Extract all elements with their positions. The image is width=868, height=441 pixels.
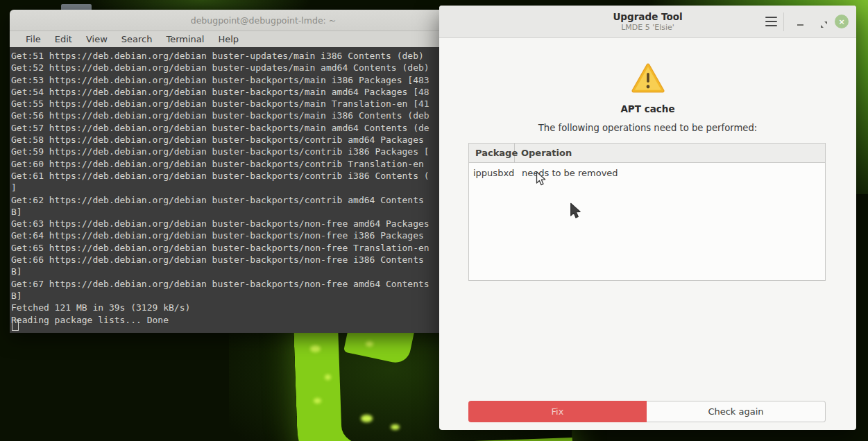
warning-icon	[630, 61, 666, 97]
terminal-menu-item[interactable]: Search	[114, 33, 160, 46]
dialog-button-row: Fix Check again	[468, 401, 826, 422]
window-subtitle: LMDE 5 'Elsie'	[621, 23, 674, 32]
upgrade-tool-titlebar[interactable]: Upgrade Tool LMDE 5 'Elsie' ×	[439, 6, 856, 38]
wallpaper-speckle	[366, 341, 373, 347]
apt-cache-heading: APT cache	[439, 103, 856, 114]
table-header-row: Package Operation	[469, 144, 825, 163]
desktop: { "desktop": { "wallpaper_logo_green": "…	[0, 0, 868, 441]
restore-icon	[820, 21, 828, 28]
check-again-button[interactable]: Check again	[647, 401, 826, 422]
terminal-menu-item[interactable]: File	[19, 33, 48, 46]
wallpaper-speckle	[310, 345, 321, 352]
operation-cell: needs to be removed	[518, 168, 825, 178]
wallpaper-speckle	[361, 415, 373, 422]
ghost-cursor	[570, 202, 583, 223]
wallpaper-speckle	[391, 424, 400, 430]
upgrade-tool-window: Upgrade Tool LMDE 5 'Elsie' × APT cache …	[439, 6, 856, 430]
operations-instruction: The following operations need to be perf…	[439, 123, 856, 133]
terminal-menu-item[interactable]: View	[79, 33, 114, 46]
mouse-cursor	[536, 171, 547, 190]
wallpaper-speckle	[314, 398, 321, 404]
close-icon: ×	[838, 17, 844, 25]
close-button[interactable]: ×	[835, 15, 849, 28]
terminal-menu-item[interactable]: Edit	[48, 33, 79, 46]
terminal-cursor	[12, 320, 19, 331]
terminal-menu-item[interactable]: Help	[211, 33, 246, 46]
wallpaper-speckle	[325, 374, 331, 380]
minimize-icon	[797, 24, 803, 26]
window-title: Upgrade Tool	[613, 11, 682, 22]
column-header-operation[interactable]: Operation	[515, 144, 825, 162]
titlebar-separator	[783, 12, 784, 31]
menu-icon[interactable]	[765, 17, 777, 26]
operations-table[interactable]: Package Operation ippusbxd needs to be r…	[468, 143, 826, 281]
minimize-button[interactable]	[794, 16, 806, 28]
terminal-title: debugpoint@debugpoint-lmde: ~	[191, 15, 337, 26]
fix-button[interactable]: Fix	[468, 401, 647, 422]
restore-button[interactable]	[820, 18, 828, 26]
column-header-package[interactable]: Package	[469, 144, 515, 162]
package-cell: ippusbxd	[469, 168, 518, 178]
table-row[interactable]: ippusbxd needs to be removed	[469, 163, 825, 178]
terminal-menu-item[interactable]: Terminal	[159, 33, 211, 46]
